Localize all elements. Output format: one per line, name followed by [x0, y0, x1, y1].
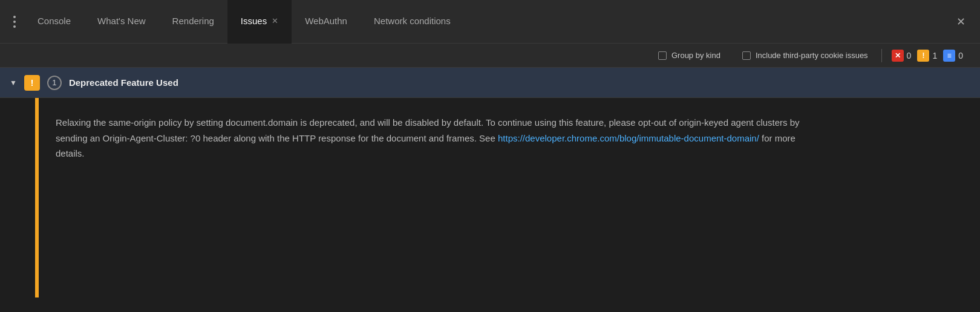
warning-icon: !	[917, 50, 929, 62]
toolbar: Group by kind Include third-party cookie…	[0, 44, 980, 68]
issue-content: Relaxing the same-origin policy by setti…	[0, 98, 980, 297]
section-count: 1	[47, 76, 62, 90]
close-panel-button[interactable]: ✕	[947, 15, 975, 28]
group-by-kind-option[interactable]: Group by kind	[647, 51, 731, 60]
tab-whats-new[interactable]: What's New	[84, 0, 159, 44]
info-icon: ≡	[943, 50, 955, 62]
group-by-kind-label: Group by kind	[671, 51, 720, 60]
third-party-option[interactable]: Include third-party cookie issues	[731, 51, 879, 60]
info-badge: ≡ 0	[943, 50, 963, 62]
third-party-checkbox[interactable]	[742, 51, 751, 60]
badge-group: ✕ 0 ! 1 ≡ 0	[884, 50, 970, 62]
tab-console[interactable]: Console	[24, 0, 84, 44]
third-party-label: Include third-party cookie issues	[756, 51, 868, 60]
section-title: Deprecated Feature Used	[69, 77, 178, 88]
tab-issues[interactable]: Issues ✕	[227, 0, 292, 44]
error-icon: ✕	[892, 50, 904, 62]
warning-count: 1	[932, 51, 937, 60]
section-chevron: ▼	[10, 79, 17, 87]
error-badge: ✕ 0	[892, 50, 912, 62]
issue-link[interactable]: https://developer.chrome.com/blog/immuta…	[498, 133, 759, 143]
group-by-kind-checkbox[interactable]	[658, 51, 667, 60]
more-tabs-button[interactable]	[5, 16, 24, 28]
warning-badge: ! 1	[917, 50, 937, 62]
section-warning-icon: !	[24, 75, 40, 91]
tab-bar: Console What's New Rendering Issues ✕ We…	[0, 0, 980, 44]
toolbar-divider	[881, 49, 882, 62]
tab-network-conditions[interactable]: Network conditions	[361, 0, 464, 44]
info-count: 0	[958, 51, 963, 60]
section-header[interactable]: ▼ ! 1 Deprecated Feature Used	[0, 68, 980, 98]
error-count: 0	[907, 51, 912, 60]
tab-webauthn[interactable]: WebAuthn	[292, 0, 361, 44]
tab-rendering[interactable]: Rendering	[159, 0, 227, 44]
close-issues-tab-button[interactable]: ✕	[272, 16, 278, 25]
issue-body: Relaxing the same-origin policy by setti…	[39, 98, 825, 297]
